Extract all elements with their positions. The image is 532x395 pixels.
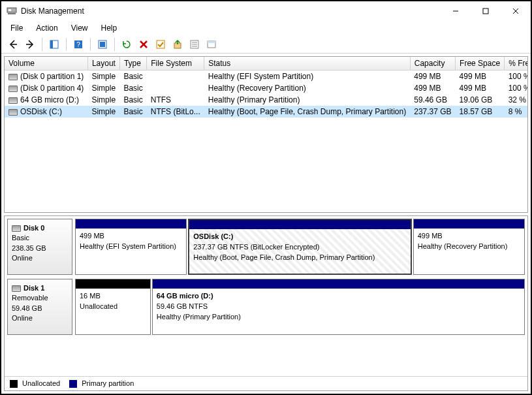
- svg-rect-4: [483, 8, 488, 14]
- partition-stripe: [414, 219, 524, 229]
- svg-text:?: ?: [76, 41, 80, 48]
- minimize-button[interactable]: [441, 1, 471, 21]
- menu-action[interactable]: Action: [31, 22, 63, 34]
- column-header-pctfree[interactable]: % Free: [505, 57, 528, 71]
- disk-row: Disk 1Removable59.48 GBOnline16 MBUnallo…: [7, 279, 525, 335]
- partition-label: OSDisk (C:)237.37 GB NTFS (BitLocker Enc…: [189, 229, 411, 274]
- svg-rect-12: [100, 42, 105, 47]
- close-button[interactable]: [501, 1, 531, 21]
- disk-row: Disk 0Basic238.35 GBOnline499 MBHealthy …: [7, 219, 525, 275]
- drive-icon: [8, 109, 18, 116]
- drive-icon: [12, 225, 21, 232]
- list-icon[interactable]: [204, 37, 219, 52]
- graphical-pane-wrap: Disk 0Basic238.35 GBOnline499 MBHealthy …: [4, 215, 528, 391]
- drive-icon: [12, 285, 21, 292]
- legend: Unallocated Primary partition: [5, 376, 527, 390]
- back-button[interactable]: [5, 37, 21, 52]
- partition-stripe: [153, 279, 524, 289]
- svg-rect-15: [157, 40, 164, 48]
- table-row[interactable]: OSDisk (C:)SimpleBasicNTFS (BitLo...Heal…: [5, 106, 528, 118]
- column-header-filesystem[interactable]: File System: [147, 57, 204, 71]
- window-title: Disk Management: [21, 7, 84, 16]
- app-icon: [7, 6, 17, 16]
- maximize-button[interactable]: [471, 1, 501, 21]
- forward-button[interactable]: [22, 37, 38, 52]
- legend-label-unallocated: Unallocated: [22, 379, 60, 387]
- partition-label: 64 GB micro (D:)59.46 GB NTFSHealthy (Pr…: [153, 289, 524, 334]
- column-header-status[interactable]: Status: [204, 57, 410, 71]
- show-hide-console-tree-icon[interactable]: [46, 37, 62, 52]
- column-header-layout[interactable]: Layout: [87, 57, 119, 71]
- legend-item-unallocated: Unallocated: [10, 379, 60, 388]
- legend-swatch-primary: [69, 380, 77, 388]
- svg-rect-22: [208, 41, 215, 43]
- partition-block[interactable]: OSDisk (C:)237.37 GB NTFS (BitLocker Enc…: [188, 219, 412, 275]
- menubar: File Action View Help: [1, 21, 531, 35]
- legend-item-primary: Primary partition: [69, 379, 134, 388]
- settings-icon[interactable]: [95, 37, 110, 52]
- legend-label-primary: Primary partition: [82, 379, 134, 387]
- partition-block[interactable]: 499 MBHealthy (Recovery Partition): [413, 219, 525, 275]
- drive-icon: [8, 97, 18, 104]
- volume-list-pane[interactable]: Volume Layout Type File System Status Ca…: [4, 56, 528, 213]
- table-row[interactable]: 64 GB micro (D:)SimpleBasicNTFSHealthy (…: [5, 94, 528, 106]
- partition-stripe: [76, 279, 150, 289]
- column-header-type[interactable]: Type: [119, 57, 146, 71]
- refresh-icon[interactable]: [119, 37, 134, 52]
- partition-block[interactable]: 16 MBUnallocated: [75, 279, 151, 335]
- column-header-volume[interactable]: Volume: [5, 57, 87, 71]
- volume-table: Volume Layout Type File System Status Ca…: [5, 57, 528, 118]
- menu-view[interactable]: View: [66, 22, 93, 34]
- disk-label[interactable]: Disk 0Basic238.35 GBOnline: [7, 219, 72, 275]
- titlebar: Disk Management: [1, 1, 531, 21]
- partition-label: 16 MBUnallocated: [76, 289, 150, 334]
- check-icon[interactable]: [153, 37, 168, 52]
- drive-icon: [8, 86, 18, 92]
- partition-block[interactable]: 499 MBHealthy (EFI System Partition): [75, 219, 187, 275]
- svg-rect-2: [8, 9, 11, 11]
- partition-block[interactable]: 64 GB micro (D:)59.46 GB NTFSHealthy (Pr…: [152, 279, 525, 335]
- column-header-freespace[interactable]: Free Space: [456, 57, 505, 71]
- svg-rect-1: [8, 13, 16, 14]
- table-row[interactable]: (Disk 0 partition 1)SimpleBasicHealthy (…: [5, 71, 528, 83]
- mount-icon[interactable]: [170, 37, 185, 52]
- partition-stripe: [76, 219, 186, 229]
- help-icon[interactable]: ?: [70, 37, 86, 52]
- table-row[interactable]: (Disk 0 partition 4)SimpleBasicHealthy (…: [5, 82, 528, 94]
- disk-label[interactable]: Disk 1Removable59.48 GBOnline: [7, 279, 72, 335]
- partition-label: 499 MBHealthy (Recovery Partition): [414, 229, 524, 274]
- legend-swatch-unallocated: [10, 380, 18, 388]
- partition-stripe: [189, 220, 411, 229]
- menu-help[interactable]: Help: [96, 22, 123, 34]
- delete-icon[interactable]: [136, 37, 151, 52]
- svg-rect-8: [50, 40, 53, 48]
- graphical-pane[interactable]: Disk 0Basic238.35 GBOnline499 MBHealthy …: [5, 216, 527, 376]
- partition-label: 499 MBHealthy (EFI System Partition): [76, 229, 186, 274]
- menu-file[interactable]: File: [5, 22, 28, 34]
- toolbar: ?: [1, 35, 531, 54]
- disk-partitions: 16 MBUnallocated64 GB micro (D:)59.46 GB…: [75, 279, 525, 335]
- disk-partitions: 499 MBHealthy (EFI System Partition)OSDi…: [75, 219, 525, 275]
- properties-icon[interactable]: [187, 37, 202, 52]
- column-header-capacity[interactable]: Capacity: [410, 57, 455, 71]
- drive-icon: [8, 74, 18, 80]
